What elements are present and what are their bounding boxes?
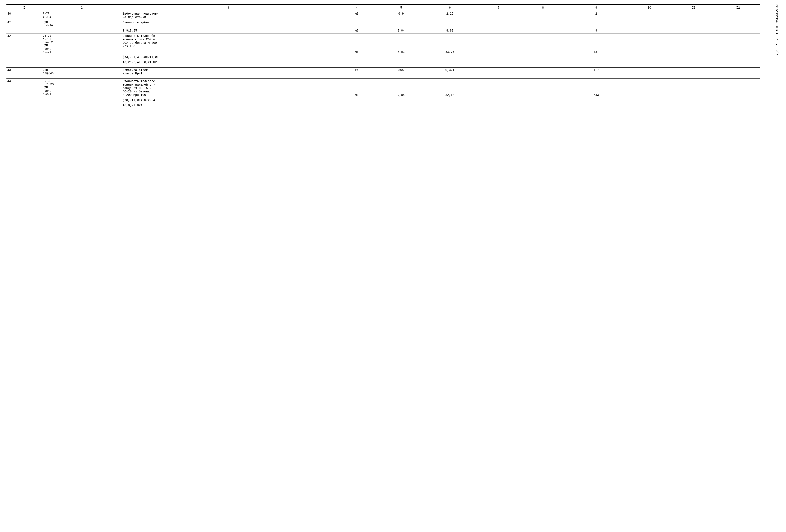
row-c12 [716, 28, 760, 33]
row-c8 [521, 103, 565, 108]
row-c10 [627, 11, 672, 20]
row-c7 [476, 33, 521, 55]
row-unit: м3 [334, 28, 379, 33]
row-c6 [423, 98, 476, 103]
row-c7 [476, 28, 521, 33]
row-c8: – [521, 11, 565, 20]
row-ref: 06–08 п.7–I прим.2 ЦТП прил. п.I74 [42, 33, 122, 55]
table-row: (68,0+I,0+4,07x2,4+ [6, 98, 760, 103]
row-c12 [716, 33, 760, 55]
row-c6 [423, 59, 476, 65]
row-c9 [565, 59, 627, 65]
row-desc: 0,9xI,I5 [122, 28, 334, 33]
row-c6 [423, 54, 476, 59]
row-ref [42, 28, 122, 33]
row-id: 43 [6, 67, 42, 76]
row-c8 [521, 59, 565, 65]
row-c7 [476, 20, 521, 28]
row-unit: м3 [334, 79, 379, 98]
col-header-6: 6 [423, 4, 476, 11]
row-c8 [521, 33, 565, 55]
row-c7 [476, 79, 521, 98]
spacer-row [6, 76, 760, 79]
row-desc: Стоимость железобе- тонных стоек СОР и С… [122, 33, 334, 55]
row-id [6, 59, 42, 65]
table-header-row: I 2 3 4 5 6 7 8 9 IO II I2 [6, 4, 760, 11]
row-c10 [627, 59, 672, 65]
row-c9: 2 [565, 11, 627, 20]
row-c11 [672, 28, 716, 33]
side-label-separator: Ат.У [776, 39, 780, 45]
row-id [6, 28, 42, 33]
row-c7 [476, 103, 521, 108]
col-header-8: 8 [521, 4, 565, 11]
row-unit [334, 98, 379, 103]
row-c10 [627, 67, 672, 76]
row-c9 [565, 54, 627, 59]
row-c11 [672, 11, 716, 20]
row-c5 [379, 98, 423, 103]
row-c12 [716, 98, 760, 103]
row-ref [42, 98, 122, 103]
row-c8 [521, 67, 565, 76]
row-c5 [379, 20, 423, 28]
row-unit: м3 [334, 11, 379, 20]
row-c11 [672, 59, 716, 65]
row-ref: 8–II 8–3–2 [42, 11, 122, 20]
table-row: (53,3xI,3–0,8x2+I,0+ [6, 54, 760, 59]
row-c9: II7 [565, 67, 627, 76]
table-row: 42 06–08 п.7–I прим.2 ЦТП прил. п.I74 Ст… [6, 33, 760, 55]
row-c12 [716, 11, 760, 20]
row-desc: Щебеночная подготов- ка под стойки [122, 11, 334, 20]
row-c8 [521, 79, 565, 98]
row-c9 [565, 103, 627, 108]
side-label-top: Т.П.Р. 50I–07–5.84 [776, 4, 780, 34]
col-header-5: 5 [379, 4, 423, 11]
row-c12 [716, 20, 760, 28]
row-c10 [627, 33, 672, 55]
row-c5 [379, 59, 423, 65]
page-container: I 2 3 4 5 6 7 8 9 IO II I2 40 [6, 4, 780, 108]
row-unit: кг [334, 67, 379, 76]
row-c10 [627, 28, 672, 33]
col-header-9: 9 [565, 4, 627, 11]
row-c9: 743 [565, 79, 627, 98]
col-header-7: 7 [476, 4, 521, 11]
table-row: 4I ЦТП п.4–46 Стоимость щебня [6, 20, 760, 28]
row-ref: ЦТП п.4–46 [42, 20, 122, 28]
row-desc: Арматура стоек класса Вр–I [122, 67, 334, 76]
table-row: 44 06–08 п.7.222 ЦТП прил. п.204 Стоимос… [6, 79, 760, 98]
row-desc: (53,3xI,3–0,8x2+I,0+ [122, 54, 334, 59]
row-id: 42 [6, 33, 42, 55]
col-header-10: IO [627, 4, 672, 11]
row-c6: 82,I8 [423, 79, 476, 98]
row-c12 [716, 79, 760, 98]
row-c11 [672, 20, 716, 28]
row-c10 [627, 54, 672, 59]
row-c7 [476, 98, 521, 103]
side-label-bottom: 2,5 [775, 50, 780, 55]
table-row: 43 ЦТП общ.ук. Арматура стоек класса Вр–… [6, 67, 760, 76]
row-ref: ЦТП общ.ук. [42, 67, 122, 76]
row-ref [42, 59, 122, 65]
main-content: I 2 3 4 5 6 7 8 9 IO II I2 40 [6, 4, 767, 108]
row-c5: 7,0I [379, 33, 423, 55]
table-row: 0,9xI,I5 м3 I,04 8,83 9 [6, 28, 760, 33]
row-c6 [423, 20, 476, 28]
row-c11 [672, 33, 716, 55]
row-desc: (68,0+I,0+4,07x2,4+ [122, 98, 334, 103]
spacer-row [6, 65, 760, 67]
row-unit [334, 59, 379, 65]
row-c5: 9,04 [379, 79, 423, 98]
row-desc: Стоимость щебня [122, 20, 334, 28]
row-c8 [521, 54, 565, 59]
row-c11 [672, 103, 716, 108]
col-header-11: II [672, 4, 716, 11]
row-c12 [716, 54, 760, 59]
row-unit [334, 20, 379, 28]
row-c12 [716, 59, 760, 65]
row-c8 [521, 98, 565, 103]
row-id [6, 54, 42, 59]
col-header-3: 3 [122, 4, 334, 11]
row-ref [42, 103, 122, 108]
